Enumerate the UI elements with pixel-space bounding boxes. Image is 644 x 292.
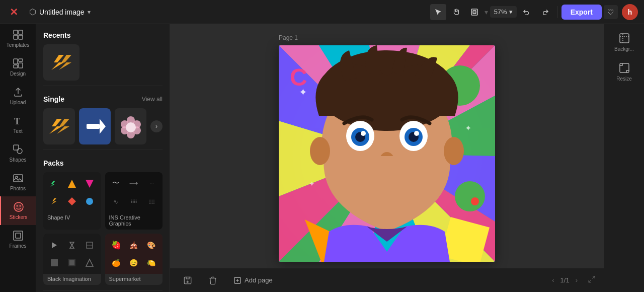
svg-text:C: C [290, 64, 307, 91]
frame-tool-button[interactable] [466, 4, 482, 20]
topbar: ✕ ⬡ Untitled image ▾ ▾ 57% ▾ Export 🛡 h [0, 0, 644, 24]
svg-line-93 [592, 276, 595, 279]
single-stickers-row: › [43, 108, 163, 144]
svg-point-65 [455, 181, 485, 211]
divider3 [43, 290, 163, 290]
svg-marker-33 [50, 181, 55, 187]
pack-shape4[interactable]: Shape IV [43, 172, 101, 230]
svg-point-83 [310, 137, 330, 165]
pack-cell [46, 254, 63, 271]
pack-ins[interactable]: 〜 ⟿ ··· ∿ ⠿⠿ ⣿⣿ INS Creative Graphics [105, 172, 163, 230]
pack-cell: ∿ [107, 193, 124, 210]
document-chevron-icon[interactable]: ▾ [88, 9, 91, 16]
pack-cell: ··· [143, 174, 160, 192]
fullscreen-icon[interactable] [588, 275, 596, 285]
resize-tool[interactable]: Resize [609, 58, 639, 86]
pack-cell: 🍓 [108, 237, 125, 253]
svg-marker-37 [68, 197, 76, 205]
sidebar-label-templates: Templates [7, 42, 30, 48]
svg-point-84 [444, 137, 464, 165]
svg-rect-6 [14, 59, 18, 64]
sidebar-label-upload: Upload [10, 100, 26, 105]
canvas-container[interactable]: Page 1 [170, 24, 604, 268]
resize-label: Resize [616, 76, 632, 82]
pack-ins-thumb: 〜 ⟿ ··· ∿ ⠿⠿ ⣿⣿ [105, 172, 163, 212]
recent-sticker-item[interactable] [43, 44, 79, 81]
sticker-arrow-blue[interactable] [79, 108, 111, 144]
sidebar-item-stickers[interactable]: Stickers [0, 196, 36, 225]
sidebar-item-frames[interactable]: Frames [0, 225, 36, 254]
packs-grid: Shape IV 〜 ⟿ ··· ∿ ⠿⠿ ⣿⣿ INS Creative Gr… [43, 172, 163, 285]
svg-marker-40 [70, 242, 74, 248]
svg-marker-46 [86, 259, 93, 266]
redo-button[interactable] [537, 4, 553, 20]
undo-button[interactable] [519, 4, 535, 20]
pack-cell: 😊 [125, 254, 142, 271]
sidebar-item-design[interactable]: Design [0, 53, 36, 82]
sidebar-label-text: Text [13, 128, 22, 134]
zoom-control[interactable]: 57% ▾ [490, 6, 517, 18]
left-sidebar: Templates Design Upload T Text Shapes Ph… [0, 0, 36, 292]
pack-shape4-thumb [43, 172, 101, 212]
sticker-flower-pink[interactable] [115, 108, 146, 144]
svg-text:✦: ✦ [309, 180, 315, 188]
svg-rect-9 [14, 65, 18, 68]
save-button[interactable] [178, 273, 197, 288]
toolbar: ▾ 57% ▾ Export 🛡 h [430, 4, 638, 20]
sidebar-item-text[interactable]: T Text [0, 110, 36, 139]
app-logo: ✕ [6, 5, 21, 20]
select-tool-button[interactable] [430, 4, 446, 20]
add-page-button[interactable]: Add page [228, 273, 278, 287]
sidebar-label-photos: Photos [10, 186, 26, 191]
canvas-frame[interactable]: ✦ ✦ ✦ C [279, 45, 495, 262]
sticker-chevron-yellow[interactable] [43, 108, 75, 144]
main-area: Page 1 [170, 0, 604, 292]
background-tool[interactable]: Backgr... [609, 28, 639, 56]
view-all-single[interactable]: View all [142, 96, 163, 103]
zoom-value: 57% [494, 8, 507, 16]
avatar[interactable]: h [622, 4, 638, 20]
svg-point-32 [126, 122, 136, 132]
document-title[interactable]: Untitled image [39, 8, 85, 16]
sidebar-item-templates[interactable]: Templates [0, 24, 36, 53]
packs-section: Packs [36, 152, 170, 288]
pan-tool-button[interactable] [448, 4, 464, 20]
svg-point-38 [86, 198, 93, 205]
sidebar-item-shapes[interactable]: Shapes [0, 139, 36, 168]
svg-rect-1 [473, 11, 476, 14]
pack-cell [82, 254, 98, 271]
pack-shape4-label: Shape IV [43, 212, 101, 224]
recents-title: Recents [43, 31, 70, 39]
svg-point-66 [471, 197, 479, 205]
single-next-button[interactable]: › [150, 120, 163, 132]
svg-rect-5 [19, 35, 23, 39]
svg-rect-95 [620, 34, 629, 43]
svg-marker-36 [51, 198, 56, 204]
recents-header: Recents [43, 31, 163, 39]
canvas-page: Page 1 [279, 34, 495, 262]
tool-divider: ▾ [485, 8, 488, 16]
sidebar-label-shapes: Shapes [10, 157, 27, 163]
export-button[interactable]: Export [561, 5, 602, 20]
svg-rect-4 [14, 35, 18, 39]
sidebar-item-photos[interactable]: Photos [0, 168, 36, 196]
zoom-chevron-icon: ▾ [509, 8, 513, 16]
next-page-button[interactable]: › [574, 274, 580, 286]
divider1 [43, 86, 163, 86]
pack-supermarket[interactable]: 🍓 🎪 🎨 🍊 😊 🍋 Supermarket [105, 234, 163, 285]
pack-cell: ⠿⠿ [125, 193, 142, 210]
pack-blackimagination[interactable]: Black Imagination [43, 234, 101, 285]
sidebar-item-upload[interactable]: Upload [0, 82, 36, 110]
prev-page-button[interactable]: ‹ [550, 274, 556, 286]
svg-point-16 [16, 205, 18, 207]
svg-point-17 [19, 205, 21, 207]
svg-rect-45 [69, 260, 74, 265]
svg-point-11 [17, 149, 22, 154]
packs-title: Packs [43, 159, 63, 167]
pack-sm-thumb: 🍓 🎪 🎨 🍊 😊 🍋 [105, 234, 163, 274]
pack-cell [82, 237, 98, 253]
add-page-label: Add page [245, 276, 273, 284]
page-counter: 1/1 [560, 276, 570, 284]
delete-button[interactable] [203, 273, 222, 288]
svg-marker-34 [68, 180, 76, 188]
